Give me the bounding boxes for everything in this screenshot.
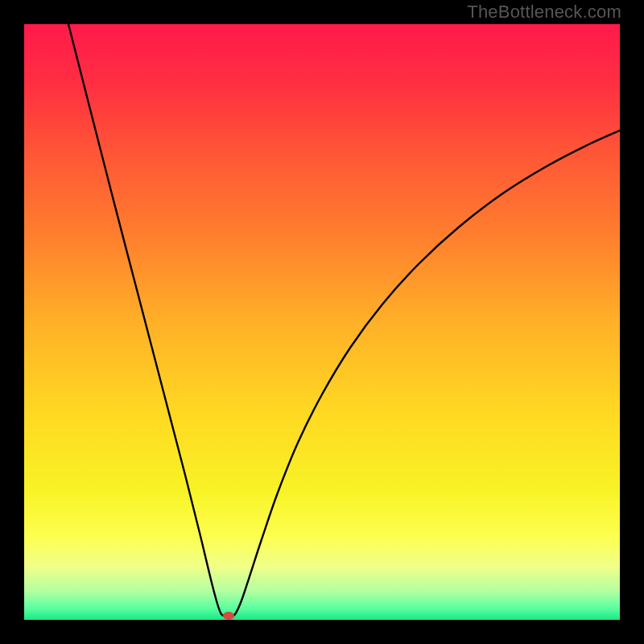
watermark-text: TheBottleneck.com <box>467 2 621 23</box>
bottleneck-chart <box>24 24 620 620</box>
chart-background <box>24 24 620 620</box>
minimum-marker <box>223 612 234 620</box>
chart-container <box>24 24 620 620</box>
